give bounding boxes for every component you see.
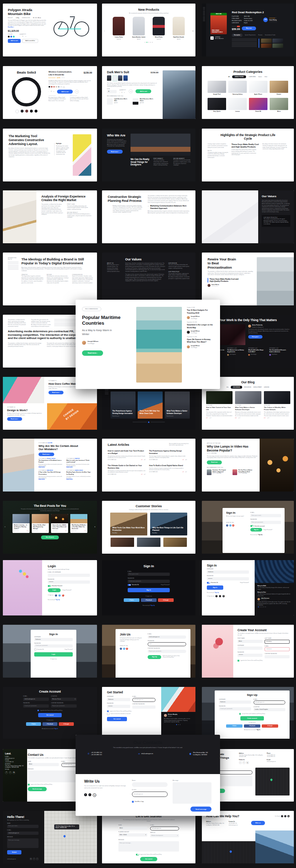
- footer-email[interactable]: info@uxdesigner.im: [7, 858, 16, 860]
- forgot-password-link[interactable]: Forgot Password?: [264, 529, 272, 531]
- screenshot-grid[interactable]: [261, 39, 284, 48]
- twitter-icon[interactable]: t: [284, 815, 286, 817]
- tab-all[interactable]: All: [228, 76, 230, 78]
- send-message-button[interactable]: Send message: [190, 807, 211, 812]
- carousel-dots[interactable]: [257, 607, 291, 608]
- facebook-icon[interactable]: f: [33, 858, 35, 860]
- instagram-icon[interactable]: ig: [287, 815, 290, 817]
- blog-card[interactable]: The Powerhouse Agency Driving Design Inn…: [111, 391, 136, 419]
- card-link[interactable]: Read full article: [167, 415, 188, 417]
- name-input[interactable]: Anton: [118, 827, 147, 830]
- mini-post[interactable]: SEPTEMBER 11, 2018 The Bottom Line on Di…: [227, 348, 246, 356]
- location-select[interactable]: Moscow, Russia▾: [51, 698, 77, 701]
- recommended-item[interactable]: Black Business Men's Shoes$179.99: [133, 98, 155, 105]
- password-input[interactable]: ••••••••••: [207, 577, 249, 580]
- add-to-cart-button[interactable]: Add to cart: [57, 90, 73, 94]
- twitter-icon[interactable]: t: [239, 761, 242, 764]
- email-value[interactable]: info@uxdesigner.im: [5, 758, 25, 759]
- side-post[interactable]: September 28, 2018 Swaziland is No Longe…: [187, 321, 214, 336]
- product-card[interactable]: Sweat Bomber Jacket $89.99: [131, 17, 147, 40]
- facebook-icon[interactable]: f: [84, 793, 87, 796]
- get-started-button[interactable]: Get started: [38, 713, 62, 717]
- terms-checkbox[interactable]: ✓: [238, 660, 239, 662]
- terms-checkbox[interactable]: ✓: [107, 710, 109, 712]
- email-input[interactable]: jt@uxdesigner.im: [150, 827, 179, 830]
- remember-toggle[interactable]: [48, 585, 51, 587]
- category-card[interactable]: Samsung Galaxy: [228, 81, 247, 95]
- username-input[interactable]: Katherine: [34, 638, 73, 641]
- tab-screenshots[interactable]: Screenshots & Trailer: [265, 34, 276, 36]
- email-value[interactable]: info@uxdesigner.im: [141, 753, 153, 755]
- email-value[interactable]: info@uxdesigner.im: [267, 761, 290, 762]
- carousel-next-icon[interactable]: ›: [193, 29, 193, 33]
- name-input[interactable]: Enter your name...: [7, 825, 39, 828]
- username-input[interactable]: Katherine: [219, 700, 251, 704]
- write-us-button[interactable]: Write us: [251, 821, 265, 825]
- password-input[interactable]: ••••••••••: [48, 580, 90, 584]
- tab-resources[interactable]: Resources: [244, 386, 251, 388]
- likes[interactable]: ♥ 5: [206, 417, 208, 419]
- last-name-input[interactable]: Scherbina: [265, 640, 290, 644]
- newsletter-checkbox[interactable]: [107, 713, 109, 715]
- password-input[interactable]: Enter your password...: [250, 521, 281, 524]
- twitter-icon[interactable]: t: [219, 595, 221, 597]
- category-card[interactable]: Google Pixel: [208, 81, 226, 95]
- remember-toggle[interactable]: [207, 582, 210, 584]
- wishlist-heart-icon[interactable]: ♥: [129, 89, 133, 93]
- instagram-icon[interactable]: ig: [246, 761, 249, 764]
- facebook-button[interactable]: f Facebook: [141, 598, 157, 602]
- carousel-next-icon[interactable]: ›: [95, 525, 95, 528]
- sub-post[interactable]: 15 OCTOBER 2018 WEB DESIGN 6 Tips to Ace…: [39, 470, 64, 480]
- username-input[interactable]: [238, 647, 262, 650]
- budget-select[interactable]: $500 - $1000▾: [118, 833, 147, 837]
- read-more-link[interactable]: READ MORE ›: [39, 479, 64, 480]
- location-input[interactable]: London, United Kingdom: [254, 708, 286, 711]
- google-button[interactable]: G Google: [262, 724, 278, 728]
- password-input[interactable]: Create your password...: [128, 580, 170, 583]
- signin-link[interactable]: Sign In: [257, 729, 260, 730]
- comments[interactable]: ✉ 2: [238, 417, 240, 419]
- product-card[interactable]: High Neck Hoodie $89.99: [170, 17, 187, 40]
- card-link[interactable]: Read full article: [139, 415, 161, 417]
- article-card[interactable]: The Ultimate Guide to Get Started on You…: [108, 464, 146, 475]
- password-input[interactable]: Create your password...: [219, 707, 251, 710]
- email-value[interactable]: info@uxdesigner.im: [229, 824, 248, 826]
- quantity-stepper[interactable]: - 2 +: [49, 91, 55, 93]
- product-variant-icons[interactable]: [15, 110, 37, 113]
- terms-checkbox[interactable]: ✓: [239, 713, 241, 715]
- carousel-dots[interactable]: [102, 42, 195, 43]
- facebook-icon[interactable]: f: [281, 815, 283, 817]
- facebook-button[interactable]: f Facebook: [42, 722, 57, 726]
- read-more-button[interactable]: Read more ›: [107, 150, 123, 154]
- phone-value[interactable]: +30 226 4881 514: [5, 761, 25, 763]
- google-button[interactable]: G Google: [158, 598, 174, 602]
- email-input[interactable]: info@uxdesigner.im: [7, 832, 39, 835]
- forgot-password-link[interactable]: Forgot Password?: [65, 649, 73, 650]
- get-started-button[interactable]: Get started: [140, 857, 157, 861]
- twitter-button[interactable]: t Twitter: [124, 598, 139, 602]
- tab-development[interactable]: Development: [253, 386, 262, 388]
- username-input[interactable]: Katherine: [107, 698, 130, 701]
- article-card[interactable]: How To Build a Great Digital Native Bran…: [149, 464, 187, 475]
- carousel-prev-icon[interactable]: ‹: [5, 525, 5, 528]
- google-icon[interactable]: G: [223, 595, 225, 597]
- post-card[interactable]: Machine Learning — Is the Emperor Wearin…: [12, 514, 30, 533]
- twitter-icon[interactable]: t: [36, 858, 39, 860]
- post-card[interactable]: How to Survive a Midlife Crisis: Dance M…: [51, 514, 68, 533]
- story-thumbnails[interactable]: [102, 538, 195, 547]
- twitter-icon[interactable]: t: [9, 771, 12, 774]
- view-post-button[interactable]: View post ›: [248, 335, 262, 339]
- tab-reviews[interactable]: Reviews: [258, 34, 262, 36]
- add-to-cart-button[interactable]: Add to cart: [8, 39, 21, 43]
- card-link[interactable]: Read full article: [112, 415, 134, 417]
- facebook-button[interactable]: f Facebook: [244, 724, 260, 728]
- tab-lessons[interactable]: Lessons: [264, 386, 269, 388]
- username-input[interactable]: [48, 574, 90, 577]
- copy-checkbox[interactable]: ✓: [132, 801, 134, 803]
- facebook-icon[interactable]: f: [5, 771, 8, 774]
- blog-post-card[interactable]: OCT 15, 2018 The Culture of Wealthy Whit…: [264, 391, 290, 419]
- instagram-icon[interactable]: ig: [93, 793, 96, 797]
- service-select[interactable]: Website development▾: [150, 834, 179, 837]
- blog-card[interactable]: These Tools Will Help You Write Clean Co…: [138, 391, 163, 419]
- twitter-button[interactable]: t Twitter: [226, 724, 243, 728]
